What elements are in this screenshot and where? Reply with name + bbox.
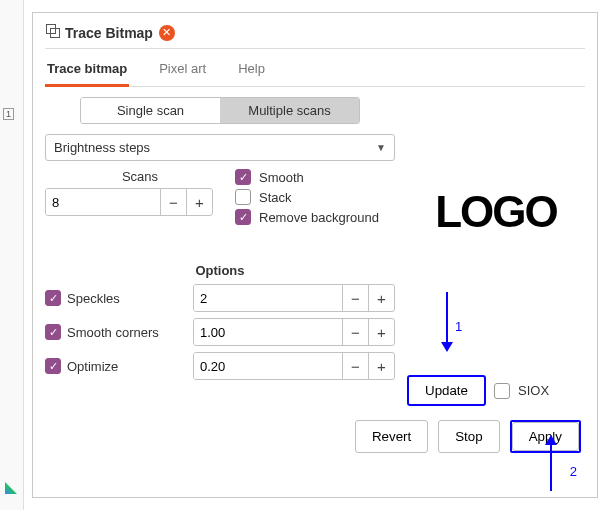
- panel-number[interactable]: 1: [3, 108, 14, 120]
- optimize-input[interactable]: [194, 353, 342, 379]
- optimize-label: Optimize: [67, 359, 118, 374]
- svg-marker-4: [441, 342, 453, 352]
- remove-background-label: Remove background: [259, 210, 379, 225]
- apply-button[interactable]: Apply: [512, 422, 579, 451]
- mode-dropdown[interactable]: Brightness steps ▼: [45, 134, 395, 161]
- preview-area: LOGO: [407, 167, 585, 257]
- dialog-title: Trace Bitmap: [65, 25, 153, 41]
- svg-marker-0: [5, 482, 17, 494]
- smooth-corners-increment[interactable]: +: [368, 319, 394, 345]
- optimize-decrement[interactable]: −: [342, 353, 368, 379]
- stack-checkbox[interactable]: [235, 189, 251, 205]
- color-picker-icon[interactable]: [4, 481, 18, 498]
- remove-background-checkbox[interactable]: [235, 209, 251, 225]
- smooth-corners-decrement[interactable]: −: [342, 319, 368, 345]
- stack-label: Stack: [259, 190, 292, 205]
- smooth-label: Smooth: [259, 170, 304, 185]
- chevron-down-icon: ▼: [376, 142, 386, 153]
- speckles-increment[interactable]: +: [368, 285, 394, 311]
- smooth-corners-checkbox[interactable]: [45, 324, 61, 340]
- preview-logo-text: LOGO: [435, 187, 557, 237]
- single-scan-button[interactable]: Single scan: [81, 98, 220, 123]
- annotation-label-1: 1: [455, 319, 462, 334]
- scans-input[interactable]: [46, 189, 160, 215]
- speckles-decrement[interactable]: −: [342, 285, 368, 311]
- scan-mode-toggle: Single scan Multiple scans: [80, 97, 360, 124]
- scans-label: Scans: [45, 169, 235, 184]
- stop-button[interactable]: Stop: [438, 420, 499, 453]
- annotation-arrow-1: [439, 292, 455, 352]
- siox-label: SIOX: [518, 383, 549, 398]
- app-left-rail: 1: [0, 0, 24, 510]
- apply-highlight: Apply: [510, 420, 581, 453]
- mode-dropdown-label: Brightness steps: [54, 140, 150, 155]
- speckles-label: Speckles: [67, 291, 120, 306]
- smooth-checkbox[interactable]: [235, 169, 251, 185]
- optimize-checkbox[interactable]: [45, 358, 61, 374]
- close-icon[interactable]: ✕: [159, 25, 175, 41]
- scans-decrement[interactable]: −: [160, 189, 186, 215]
- tab-trace-bitmap[interactable]: Trace bitmap: [45, 55, 129, 87]
- tabs: Trace bitmap Pixel art Help: [45, 49, 585, 87]
- footer-buttons: Revert Stop Apply: [45, 420, 585, 453]
- speckles-input[interactable]: [194, 285, 342, 311]
- speckles-checkbox[interactable]: [45, 290, 61, 306]
- options-heading: Options: [45, 263, 395, 278]
- scans-increment[interactable]: +: [186, 189, 212, 215]
- annotation-label-2: 2: [570, 464, 577, 479]
- multiple-scans-button[interactable]: Multiple scans: [220, 98, 359, 123]
- optimize-increment[interactable]: +: [368, 353, 394, 379]
- trace-bitmap-dialog: Trace Bitmap ✕ Trace bitmap Pixel art He…: [32, 12, 598, 498]
- tab-help[interactable]: Help: [236, 55, 267, 87]
- smooth-corners-label: Smooth corners: [67, 325, 159, 340]
- update-button[interactable]: Update: [407, 375, 486, 406]
- smooth-corners-input[interactable]: [194, 319, 342, 345]
- tab-pixel-art[interactable]: Pixel art: [157, 55, 208, 87]
- trace-bitmap-icon: [45, 23, 61, 42]
- revert-button[interactable]: Revert: [355, 420, 428, 453]
- siox-checkbox[interactable]: [494, 383, 510, 399]
